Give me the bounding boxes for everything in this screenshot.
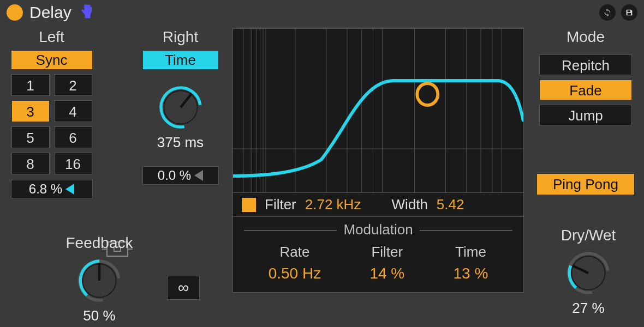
filter-display[interactable] bbox=[232, 28, 524, 193]
left-channel-label: Left bbox=[39, 28, 64, 46]
hot-swap-button[interactable] bbox=[599, 4, 616, 21]
division-8[interactable]: 8 bbox=[11, 153, 50, 174]
drywet-label: Dry/Wet bbox=[534, 227, 643, 244]
mod-time-value[interactable]: 13 % bbox=[454, 265, 488, 282]
division-16[interactable]: 16 bbox=[54, 153, 92, 174]
filter-row: Filter 2.72 kHz Width 5.42 bbox=[232, 193, 524, 217]
mode-jump-button[interactable]: Jump bbox=[539, 105, 632, 125]
filter-width-value[interactable]: 5.42 bbox=[437, 196, 464, 213]
left-division-grid: 1 2 3 4 5 6 8 16 bbox=[11, 74, 92, 174]
left-offset-arrow-icon bbox=[65, 184, 74, 195]
save-preset-button[interactable] bbox=[621, 4, 637, 21]
filter-label: Filter bbox=[265, 196, 296, 213]
feedback-knob[interactable] bbox=[75, 256, 124, 305]
ping-pong-button[interactable]: Ping Pong bbox=[536, 173, 635, 195]
division-1[interactable]: 1 bbox=[11, 74, 50, 96]
left-sync-button[interactable]: Sync bbox=[11, 50, 93, 70]
svg-point-22 bbox=[417, 83, 438, 105]
right-offset-arrow-icon bbox=[194, 170, 203, 181]
right-time-button[interactable]: Time bbox=[142, 50, 219, 70]
division-4[interactable]: 4 bbox=[54, 100, 92, 122]
feedback-label: Feedback bbox=[45, 234, 154, 252]
device-activator[interactable] bbox=[7, 4, 23, 21]
right-channel-label: Right bbox=[163, 28, 198, 46]
filter-width-label: Width bbox=[391, 196, 427, 213]
modulation-section: Modulation Rate 0.50 Hz Filter 14 % Time… bbox=[232, 217, 524, 293]
right-offset-text: 0.0 % bbox=[158, 168, 191, 183]
mod-rate-label: Rate bbox=[269, 244, 321, 261]
filter-on-button[interactable] bbox=[242, 198, 256, 212]
division-5[interactable]: 5 bbox=[11, 126, 50, 148]
left-offset-value[interactable]: 6.8 % bbox=[11, 180, 93, 198]
division-2[interactable]: 2 bbox=[54, 74, 92, 96]
mod-time-label: Time bbox=[454, 244, 488, 261]
right-offset-value[interactable]: 0.0 % bbox=[142, 166, 219, 185]
feedback-value: 50 % bbox=[45, 307, 154, 324]
filter-freq-value[interactable]: 2.72 kHz bbox=[305, 196, 361, 213]
left-offset-text: 6.8 % bbox=[29, 181, 62, 197]
right-time-knob[interactable] bbox=[156, 83, 205, 132]
hand-icon[interactable] bbox=[78, 3, 94, 22]
mode-repitch-button[interactable]: Repitch bbox=[539, 55, 632, 75]
mode-label: Mode bbox=[567, 28, 605, 46]
drywet-value: 27 % bbox=[534, 300, 643, 317]
drywet-knob[interactable] bbox=[564, 249, 613, 298]
right-time-value: 375 ms bbox=[157, 134, 204, 151]
division-6[interactable]: 6 bbox=[54, 126, 92, 148]
device-header: Delay bbox=[0, 0, 644, 25]
mod-filter-label: Filter bbox=[369, 244, 404, 261]
mod-rate-value[interactable]: 0.50 Hz bbox=[269, 265, 321, 282]
modulation-title: Modulation bbox=[244, 221, 512, 238]
freeze-button[interactable]: ∞ bbox=[167, 276, 200, 300]
division-3[interactable]: 3 bbox=[11, 100, 50, 122]
mod-filter-value[interactable]: 14 % bbox=[369, 265, 404, 282]
device-title: Delay bbox=[29, 3, 71, 22]
mode-fade-button[interactable]: Fade bbox=[539, 80, 632, 100]
